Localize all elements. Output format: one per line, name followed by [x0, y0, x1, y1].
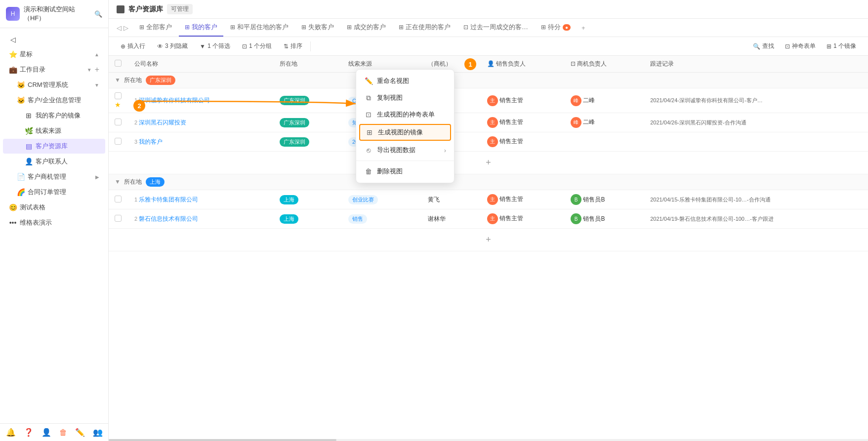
- row4-company-name[interactable]: 乐雅卡特集团有限公司: [139, 196, 198, 203]
- hidden-cols-btn[interactable]: 👁 3 列隐藏: [153, 40, 192, 52]
- sidebar-item-contacts[interactable]: 👤 客户联系人: [3, 154, 105, 169]
- tab-location-customers[interactable]: ⊞ 和平居住地的客户: [224, 19, 294, 37]
- sidebar-starred[interactable]: ⭐ 星标 ▲: [3, 47, 105, 62]
- workspace-search-icon[interactable]: 🔍: [94, 10, 102, 18]
- group-expand-shanghai[interactable]: ▼: [115, 178, 121, 185]
- sidebar-collapse-btn[interactable]: ◁: [3, 33, 105, 46]
- row1-sales-avatar: 主: [487, 95, 498, 106]
- magic-form-btn[interactable]: ⊡ 神奇表单: [781, 40, 820, 52]
- row3-company-name[interactable]: 我的客户: [139, 138, 163, 145]
- rename-icon: ✏️: [364, 77, 373, 85]
- contacts-label: 客户联系人: [36, 157, 99, 166]
- row1-company-name[interactable]: 深圳诚挚有你科技有限公司: [139, 97, 210, 104]
- col-sales[interactable]: 👤 销售负责人: [481, 56, 565, 73]
- col-checkbox: [109, 56, 128, 73]
- menu-item-mirror[interactable]: ⊞ 生成视图的镜像: [359, 124, 451, 141]
- add-row-shanghai-cell[interactable]: +: [109, 229, 868, 251]
- row3-sales-name: 销售主管: [499, 138, 523, 145]
- starred-chevron: ▲: [94, 52, 99, 57]
- row2-company[interactable]: 2 深圳黑石闪耀投资: [128, 113, 274, 132]
- group-expand-guangdong[interactable]: ▼: [115, 77, 121, 83]
- workdir-add-icon[interactable]: +: [95, 65, 99, 74]
- edit-icon[interactable]: ✏️: [75, 428, 85, 437]
- sidebar-item-customer-mgmt[interactable]: 🐱 客户/企业信息管理: [3, 93, 105, 108]
- nav-back[interactable]: ◁: [117, 24, 122, 32]
- user-avatar[interactable]: 👤: [41, 428, 51, 437]
- workspace-logo: H: [6, 7, 20, 21]
- group-btn[interactable]: ⊡ 1 个分组: [238, 40, 276, 52]
- row1-record: 2021/04/24-深圳诚挚有你科技有限公司-客户…: [644, 88, 868, 113]
- sales-icon: 👤: [487, 60, 495, 67]
- row5-company-name[interactable]: 磐石信息技术有限公司: [139, 215, 198, 222]
- sidebar-item-opportunity[interactable]: 📄 客户商机管理 ▶: [3, 169, 105, 184]
- sidebar-item-source[interactable]: 🌿 线索来源: [3, 123, 105, 138]
- row5-checkbox-el[interactable]: [115, 215, 122, 222]
- search-btn[interactable]: 🔍 查找: [749, 40, 778, 52]
- tab-weekly-label: 过去一周成交的客…: [470, 23, 528, 32]
- topbar: 客户资源库 可管理: [109, 0, 868, 19]
- sidebar-item-crm[interactable]: 🐱 CRM管理系统 ▼: [3, 78, 105, 92]
- col-record[interactable]: 跟进记录: [644, 56, 868, 73]
- col-company[interactable]: 公司名称: [128, 56, 274, 73]
- row1-company[interactable]: 1 深圳诚挚有你科技有限公司: [128, 88, 274, 113]
- menu-item-duplicate[interactable]: ⧉ 复制视图: [356, 89, 454, 106]
- col-biz[interactable]: ⊡ 商机负责人: [565, 56, 644, 73]
- tab-active-customers[interactable]: ⊞ 正在使用的客户: [393, 19, 456, 37]
- mirror-btn[interactable]: ⊞ 1 个镜像: [823, 40, 860, 52]
- contacts-icon: 👤: [25, 158, 33, 165]
- magic-form-label: 神奇表单: [792, 42, 816, 50]
- notification-icon[interactable]: 🔔: [6, 428, 16, 437]
- row3-company[interactable]: 3 我的客户: [128, 132, 274, 152]
- add-row-guangdong-btn[interactable]: +: [115, 156, 862, 170]
- menu-item-rename[interactable]: ✏️ 重命名视图: [356, 73, 454, 89]
- row5-biz: B 销售员B: [565, 209, 644, 229]
- row2-checkbox-el[interactable]: [115, 119, 122, 125]
- row1-star[interactable]: ★: [115, 101, 121, 109]
- row2-company-name[interactable]: 深圳黑石闪耀投资: [139, 119, 186, 126]
- filter-label: 1 个筛选: [207, 42, 230, 50]
- row1-checkbox[interactable]: [115, 92, 122, 99]
- sidebar-item-vika-demo[interactable]: ••• 维格表演示: [3, 215, 105, 230]
- tab-failed-icon: ⊞: [301, 24, 306, 31]
- tab-failed-customers[interactable]: ⊞ 失败客户: [295, 19, 340, 37]
- source-label: 线索来源: [36, 126, 99, 135]
- contract-icon: 🌈: [17, 188, 25, 196]
- row4-checkbox-el[interactable]: [115, 196, 122, 202]
- menu-item-export[interactable]: ⎋ 导出视图数据 ›: [356, 142, 454, 159]
- sidebar-item-customer-resource[interactable]: ▤ 客户资源库: [3, 139, 105, 154]
- tab-weekly-customers[interactable]: ⊡ 过去一周成交的客…: [457, 19, 534, 37]
- my-customer-mirror-label: 我的客户的镜像: [36, 111, 99, 120]
- tab-closed-customers[interactable]: ⊞ 成交的客户: [341, 19, 392, 37]
- add-row-shanghai-btn[interactable]: +: [115, 233, 862, 247]
- menu-item-delete-view[interactable]: 🗑 删除视图: [356, 163, 454, 180]
- tab-all-customers[interactable]: ⊞ 全部客户: [133, 19, 178, 37]
- nav-forward[interactable]: ▷: [124, 24, 128, 32]
- tab-my-customers[interactable]: ⊞ 我的客户: [179, 19, 223, 37]
- tab-pending[interactable]: ⊞ 待分 ●: [535, 19, 577, 37]
- header-checkbox[interactable]: [115, 60, 122, 67]
- sort-btn[interactable]: ⇅ 排序: [280, 40, 306, 52]
- row1-sales-name: 销售主管: [499, 97, 523, 104]
- callout-1: 1: [464, 58, 476, 70]
- row3-checkbox-el[interactable]: [115, 138, 122, 145]
- delete-icon[interactable]: 🗑: [59, 428, 67, 437]
- crm-expand-icon: ▼: [94, 82, 99, 88]
- help-icon[interactable]: ❓: [24, 428, 34, 437]
- test-table-icon: 😊: [9, 203, 17, 211]
- tab-add-btn[interactable]: +: [578, 20, 589, 36]
- sidebar-workdir[interactable]: 💼 工作目录 ▼ +: [3, 62, 105, 77]
- filter-btn[interactable]: ▼ 1 个筛选: [196, 40, 234, 52]
- row4-company[interactable]: 1 乐雅卡特集团有限公司: [128, 190, 274, 209]
- add-row-guangdong-cell[interactable]: +: [109, 152, 868, 174]
- starred-label: 星标: [20, 50, 91, 59]
- add-member-icon[interactable]: 👥: [93, 428, 103, 437]
- col-location[interactable]: 所在地: [274, 56, 342, 73]
- table-row: 1 乐雅卡特集团有限公司 上海 创业比赛 黄飞 主 销售主管: [109, 190, 868, 209]
- sidebar-item-my-customer-mirror[interactable]: ⊞ 我的客户的镜像: [3, 108, 105, 123]
- sidebar-item-test-table[interactable]: 😊 测试表格: [3, 200, 105, 215]
- insert-row-btn[interactable]: ⊕ 插入行: [117, 40, 149, 52]
- menu-item-magic-form[interactable]: ⊡ 生成视图的神奇表单: [356, 106, 454, 123]
- sidebar-item-contract[interactable]: 🌈 合同订单管理: [3, 185, 105, 200]
- row5-company[interactable]: 2 磐石信息技术有限公司: [128, 209, 274, 229]
- row4-sales-avatar: 主: [487, 194, 498, 205]
